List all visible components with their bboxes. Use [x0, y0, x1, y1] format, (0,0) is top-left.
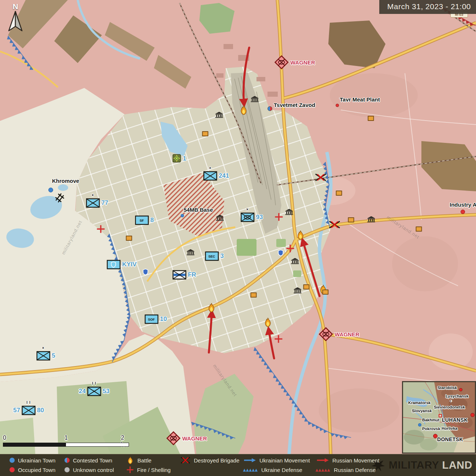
building-icon [303, 284, 310, 289]
unit-77: ×77 [86, 198, 108, 208]
dot-contested-icon [64, 458, 70, 463]
north-indicator: N [4, 2, 26, 34]
unit-border-guard-1: 1 [172, 154, 186, 163]
inset-city-bakhmut: Bakhmut [422, 418, 439, 422]
bank-icon [216, 214, 224, 221]
unit-size-mark: × [42, 346, 45, 350]
svg-text:SOF: SOF [148, 318, 155, 321]
building-icon [251, 292, 257, 298]
scale-label-0: 0 [3, 435, 6, 441]
building-icon [202, 131, 209, 136]
unit-size-mark: I I [26, 401, 30, 405]
bank-icon [215, 111, 223, 118]
shelling-center-south [286, 244, 295, 253]
inset-city-pokrovsk: Pokrovsk [422, 427, 440, 431]
unit-size-mark: × [92, 193, 94, 197]
inset-city-luhansk: LUHANSK [442, 417, 468, 423]
destroyed-brigade-north [314, 173, 327, 182]
unit-sf-8: SF8 [135, 215, 154, 225]
battle-center-east [296, 230, 305, 240]
legend-item-dot-gray: Unknown control [64, 465, 114, 474]
unit-5: ×5 [36, 351, 55, 361]
town-dot-red [461, 210, 465, 214]
inset-city-slovyansk: Slovyansk [412, 409, 432, 413]
inset-marker-plane: ✈ [449, 398, 453, 404]
shelling-south [274, 335, 283, 343]
battle-south-center [263, 317, 273, 328]
unit-24-53: 24I I53 [79, 387, 110, 396]
legend-item-firecross: Fire / Shelling [126, 465, 171, 474]
bank-icon [285, 209, 293, 215]
legend-item-defense-blue: Ukraine Defense [243, 465, 302, 474]
north-label: N [4, 2, 26, 11]
police-shield-icon [143, 269, 148, 275]
unit-sof-10: SOF10 [145, 314, 167, 324]
town-dot-red [336, 104, 339, 107]
legend-item-destroyed: Destroyed Brigade [180, 456, 239, 465]
inset-marker-blue [418, 423, 421, 427]
bank-icon [251, 96, 259, 102]
shelling-west [96, 225, 105, 233]
inset-city-starobilsk: Starobilsk [438, 385, 457, 390]
unit-fr: FR [173, 270, 196, 280]
bank-icon [367, 216, 375, 222]
wagner-north: WAGNER [274, 55, 315, 70]
legend-item-arrow-red: Russian Movement [317, 456, 379, 465]
battle-south [207, 303, 216, 313]
watermark: militaryland.net [60, 219, 83, 255]
inset-marker-red [433, 434, 438, 438]
legend-item-dot-blue: Ukrainian Town [10, 456, 55, 465]
battle-icon [126, 456, 134, 465]
inset-marker-square [439, 414, 442, 417]
unit-93: ×93 [241, 213, 263, 222]
unit-kyiv: KYIV [107, 260, 137, 269]
inset-overview-map: StarobilskLysychanskKramatorskSievierodo… [402, 381, 476, 454]
building-icon [368, 116, 374, 121]
svg-text:SEC: SEC [209, 255, 215, 258]
logo-land: LAND [442, 459, 472, 471]
defense-red-icon [315, 468, 331, 472]
town-dot-blue [181, 214, 184, 217]
scale-label-1: 1 [64, 435, 68, 441]
bank-icon [187, 249, 195, 255]
watermark: militaryland.net [212, 363, 238, 397]
inset-city-kramatorsk: Kramatorsk [408, 401, 431, 405]
unit-sec-3: SEC3 [205, 251, 224, 261]
destroyed-icon [180, 457, 191, 464]
destroyed-brigade-east [328, 220, 341, 229]
bakhmut-situation-map: KhromoveTsvetmet ZavodTavr Meat PlantInd… [0, 0, 476, 476]
town-dot-contested [267, 106, 272, 111]
watermark: militaryland.net [386, 215, 421, 240]
legend-item-dot-contested: Contested Town [64, 456, 112, 465]
arrow-blue-icon [244, 458, 256, 463]
dot-gray-icon [64, 467, 70, 472]
logo-military: MILITARY [389, 459, 439, 471]
legend-item-defense-red: Russian Defense [315, 465, 376, 474]
compass-arrow-icon [7, 11, 23, 32]
scale-bar-rule [3, 443, 129, 447]
legend-item-arrow-blue: Ukrainian Movement [244, 456, 310, 465]
inset-marker-red [459, 388, 462, 391]
unit-size-mark: × [246, 207, 249, 211]
unit-size-mark: × [209, 166, 211, 170]
inset-city-lysychansk: Lysychansk [446, 394, 469, 398]
unit-size-mark: I I [92, 381, 96, 385]
defense-blue-icon [243, 468, 258, 472]
building-icon [126, 236, 132, 241]
svg-text:SF: SF [140, 219, 144, 222]
wagner-east: WAGNER [318, 327, 359, 342]
police-shield-icon [278, 250, 284, 256]
militaryland-logo: MILITARYLAND [370, 456, 472, 474]
unit-57-80: 57I I80 [13, 406, 44, 415]
dot-blue-icon [10, 458, 15, 463]
inset-city-donetsk: DONETSK [437, 436, 463, 442]
unit-241: ×241 [203, 171, 229, 181]
bank-icon [294, 287, 302, 294]
legend-item-dot-red: Occupied Town [10, 465, 55, 474]
legend-item-battle: Battle [126, 456, 151, 465]
battle-north [239, 105, 248, 115]
arrow-red-icon [317, 458, 329, 463]
inset-city-horlivka: Horlivka [442, 426, 457, 431]
building-icon [336, 191, 342, 196]
rail-crossing-icon [55, 193, 65, 203]
